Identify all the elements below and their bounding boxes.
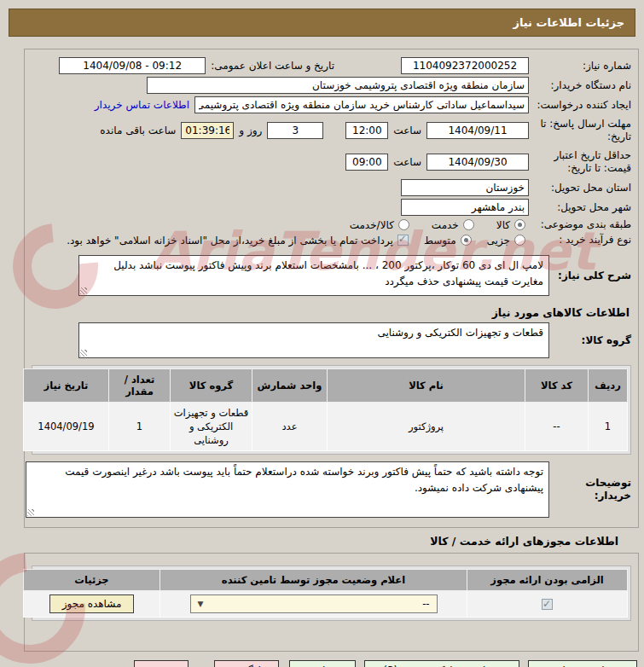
- treasury-payment-option[interactable]: پرداخت تمام یا بخشی از مبلغ خرید،از محل …: [67, 235, 409, 246]
- buyer-contact-link[interactable]: اطلاعات تماس خریدار: [95, 99, 189, 111]
- license-required-checkbox-icon[interactable]: [542, 599, 553, 610]
- validity-time-field[interactable]: [345, 154, 388, 171]
- respond-to-need-button[interactable]: پاسخ به نیاز: [528, 660, 637, 667]
- radio-goods-icon[interactable]: [514, 219, 525, 230]
- licenses-table-wrap: الزامی بودن ارائه مجوز اعلام وضعیت مجوز …: [32, 566, 631, 621]
- cell-need-date: 1404/09/19: [24, 403, 109, 451]
- deadline-time-field[interactable]: [345, 122, 388, 139]
- cell-item-name: پروژکتور: [328, 403, 525, 451]
- col-quantity: تعداد / مقدار: [109, 369, 171, 403]
- category-option-goods-service[interactable]: کالا/خدمت: [350, 219, 409, 231]
- province-label: استان محل تحویل:: [529, 182, 631, 194]
- radio-service-icon[interactable]: [463, 219, 474, 230]
- province-field[interactable]: [401, 179, 529, 196]
- buyer-org-row: نام دستگاه خریدار:: [32, 77, 631, 94]
- validity-date-field[interactable]: [426, 154, 529, 171]
- need-number-field[interactable]: [401, 57, 529, 74]
- cell-row-number: 1: [589, 403, 628, 451]
- city-label: شهر محل تحویل:: [529, 201, 631, 214]
- col-row-number: ردیف: [589, 369, 628, 403]
- license-required-cell: [467, 591, 628, 618]
- category-option-service[interactable]: خدمت: [432, 219, 474, 231]
- creator-field[interactable]: [194, 96, 529, 113]
- need-desc-textarea[interactable]: لامپ ال ای دی 60 توکار ،پرکتور 200 ، ...…: [78, 255, 549, 296]
- process-type-label: نوع فرآیند خرید :: [525, 234, 631, 246]
- page: { "window": { "title": "جزئیات اطلاعات ن…: [0, 0, 644, 667]
- treasury-note-label: پرداخت تمام یا بخشی از مبلغ خرید،از محل …: [67, 235, 393, 246]
- goods-group-row: گروه کالا: قطعات و تجهیزات الکتریکی و رو…: [32, 322, 631, 358]
- creator-row: ایجاد کننده درخواست: اطلاعات تماس خریدار: [32, 96, 631, 113]
- col-need-date: تاریخ نیاز: [24, 369, 109, 403]
- license-details-cell: مشاهده مجوز: [24, 591, 160, 618]
- col-unit: واحد شمارش: [252, 369, 328, 403]
- buyer-notes-row: توضیحات خریدار: توجه داشته باشید که حتما…: [32, 461, 631, 518]
- licenses-panel: الزامی بودن ارائه مجوز اعلام وضعیت مجوز …: [24, 553, 639, 652]
- hours-remaining-label: ساعت باقی مانده: [100, 125, 176, 136]
- category-row: طبقه بندی موضوعی: کالا خدمت کالا/خدمت: [32, 218, 631, 231]
- licenses-header-row: الزامی بودن ارائه مجوز اعلام وضعیت مجوز …: [24, 570, 628, 591]
- price-validity-row: حداقل تاریخ اعتبار قیمت: تا تاریخ: ساعت: [32, 148, 631, 177]
- col-license-required: الزامی بودن ارائه مجوز: [467, 570, 628, 591]
- deadline-label: مهلت ارسال پاسخ: تا تاریخ:: [529, 118, 631, 143]
- col-item-code: کد کالا: [525, 369, 589, 403]
- need-info-panel: شماره نیاز: تاریخ و ساعت اعلان عمومی: نا…: [24, 49, 639, 528]
- exit-button[interactable]: خروج: [134, 660, 189, 667]
- publish-datetime-field[interactable]: [59, 57, 206, 74]
- items-table-header-row: ردیف کد کالا نام کالا واحد شمارش گروه کا…: [24, 369, 628, 403]
- category-option-goods-label: کالا: [496, 219, 510, 231]
- view-license-button[interactable]: مشاهده مجوز: [49, 594, 135, 613]
- process-type-row: نوع فرآیند خرید : جزیی متوسط پرداخت تمام…: [32, 234, 631, 246]
- need-desc-wrap: لامپ ال ای دی 60 توکار ،پرکتور 200 ، ...…: [78, 255, 549, 296]
- col-item-name: نام کالا: [328, 369, 525, 403]
- cell-group: قطعات و تجهیزات الکتریکی و روشنایی: [171, 403, 252, 451]
- items-table-wrap: ردیف کد کالا نام کالا واحد شمارش گروه کا…: [32, 365, 631, 455]
- license-status-cell: -- ▼: [160, 591, 467, 618]
- process-option-medium[interactable]: متوسط: [424, 235, 472, 246]
- goods-section-title: اطلاعات کالاهای مورد نیاز: [32, 306, 629, 319]
- price-validity-label: حداقل تاریخ اعتبار قیمت: تا تاریخ:: [529, 149, 631, 175]
- cell-quantity: 1: [109, 403, 171, 451]
- goods-group-wrap: قطعات و تجهیزات الکتریکی و روشنایی: [78, 322, 549, 358]
- process-option-minor-label: جزیی: [487, 235, 510, 246]
- process-option-minor[interactable]: جزیی: [487, 235, 525, 246]
- deadline-date-field[interactable]: [426, 122, 529, 139]
- days-and-label: روز و: [239, 125, 262, 136]
- need-desc-label: شرح کلی نیاز:: [549, 270, 631, 282]
- province-row: استان محل تحویل:: [32, 179, 631, 196]
- print-button[interactable]: چاپ: [289, 660, 356, 667]
- window-title-bar: جزئیات اطلاعات نیاز: [9, 9, 635, 37]
- deadline-hour-label: ساعت: [393, 125, 421, 136]
- licenses-table: الزامی بودن ارائه مجوز اعلام وضعیت مجوز …: [23, 569, 628, 618]
- view-attachments-button[interactable]: مشاهده مدارک پیوستی (3): [364, 660, 519, 667]
- goods-group-textarea[interactable]: قطعات و تجهیزات الکتریکی و روشنایی: [78, 322, 549, 358]
- col-license-details: جزئیات: [24, 570, 160, 591]
- need-number-row: شماره نیاز: تاریخ و ساعت اعلان عمومی:: [32, 57, 631, 74]
- category-label: طبقه بندی موضوعی:: [525, 218, 631, 231]
- need-desc-row: شرح کلی نیاز: لامپ ال ای دی 60 توکار ،پر…: [32, 255, 631, 296]
- cell-item-code: --: [525, 403, 589, 451]
- table-row: 1 -- پروژکتور عدد قطعات و تجهیزات الکتری…: [24, 403, 628, 451]
- publish-datetime-label: تاریخ و ساعت اعلان عمومی:: [211, 60, 334, 72]
- creator-label: ایجاد کننده درخواست:: [529, 99, 631, 112]
- need-number-label: شماره نیاز:: [529, 60, 631, 72]
- buyer-notes-label: توضیحات خریدار:: [549, 477, 631, 502]
- cell-unit: عدد: [252, 403, 328, 451]
- back-button[interactable]: بازگشت: [214, 660, 279, 667]
- licenses-section-title: اطلاعات مجوزهای ارائه خدمت / کالا: [0, 535, 618, 548]
- chevron-down-icon: ▼: [198, 599, 204, 610]
- radio-medium-icon[interactable]: [461, 235, 472, 246]
- radio-goods-service-icon[interactable]: [398, 219, 409, 230]
- validity-hour-label: ساعت: [393, 156, 421, 168]
- buyer-org-field[interactable]: [147, 77, 529, 94]
- category-option-goods[interactable]: کالا: [496, 219, 525, 231]
- city-row: شهر محل تحویل:: [32, 199, 631, 216]
- category-option-service-label: خدمت: [432, 219, 459, 231]
- treasury-checkbox-icon[interactable]: [397, 235, 409, 246]
- license-status-select[interactable]: -- ▼: [190, 594, 438, 613]
- process-option-medium-label: متوسط: [424, 235, 456, 246]
- buyer-notes-textarea[interactable]: توجه داشته باشید که حتماً پیش فاکتور وبر…: [26, 461, 549, 518]
- city-field[interactable]: [401, 199, 529, 216]
- page-title: جزئیات اطلاعات نیاز: [513, 16, 624, 29]
- items-table: ردیف کد کالا نام کالا واحد شمارش گروه کا…: [23, 368, 628, 451]
- radio-minor-icon[interactable]: [514, 235, 525, 246]
